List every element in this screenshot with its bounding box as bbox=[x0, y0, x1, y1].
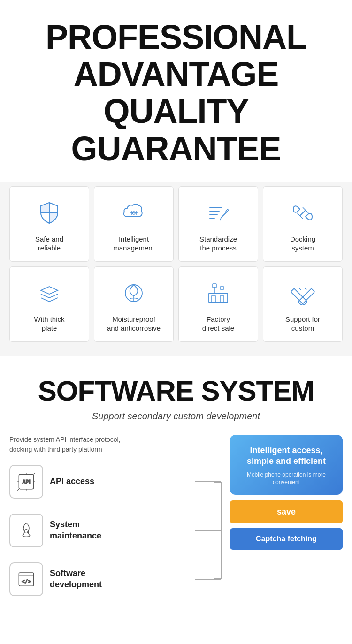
software-section: SOFTWARE SYSTEM Support secondary custom… bbox=[0, 356, 352, 621]
software-panel: Intelligent access, simple and efficient… bbox=[230, 435, 343, 550]
phone-card-title: Intelligent access, simple and efficient bbox=[237, 445, 335, 467]
feature-card-standardize: Standardizethe process bbox=[178, 186, 258, 262]
svg-line-32 bbox=[34, 473, 35, 474]
feature-card-docking: Dockingsystem bbox=[263, 186, 343, 262]
link-icon bbox=[288, 198, 318, 228]
maintenance-line bbox=[195, 530, 221, 531]
software-items: Provide system API interface protocol, d… bbox=[9, 435, 221, 611]
pencil-ruler-icon bbox=[288, 278, 318, 308]
docking-label: Dockingsystem bbox=[290, 235, 315, 253]
software-body: Provide system API interface protocol, d… bbox=[9, 435, 343, 611]
svg-line-24 bbox=[305, 288, 306, 290]
feature-card-safe-reliable: Safe andreliable bbox=[9, 186, 89, 262]
feature-card-custom: Support forcustom bbox=[263, 266, 343, 342]
software-dev-item: </> Software development bbox=[9, 562, 221, 596]
main-title: PROFESSIONAL ADVANTAGE QUALITY GUARANTEE bbox=[9, 19, 343, 167]
phone-card-sub: Mobile phone operation is more convenien… bbox=[237, 471, 335, 487]
svg-line-34 bbox=[34, 489, 35, 490]
svg-line-11 bbox=[220, 218, 221, 220]
software-description: Provide system API interface protocol, d… bbox=[9, 435, 221, 455]
drop-wrench-icon bbox=[9, 514, 43, 547]
standardize-label: Standardizethe process bbox=[199, 235, 237, 253]
feature-row-2: With thickplate Moistureproofand anticor… bbox=[9, 266, 343, 342]
items-wrapper: API API access bbox=[9, 465, 221, 596]
header-section: PROFESSIONAL ADVANTAGE QUALITY GUARANTEE bbox=[0, 0, 352, 182]
moistureproof-label: Moistureproofand anticorrosive bbox=[107, 315, 161, 333]
cloud-settings-icon bbox=[119, 198, 149, 228]
phone-card: Intelligent access, simple and efficient… bbox=[230, 435, 343, 495]
layers-icon bbox=[34, 278, 64, 308]
shield-icon bbox=[34, 198, 64, 228]
code-icon: </> bbox=[9, 562, 43, 596]
svg-rect-15 bbox=[212, 296, 215, 303]
svg-line-33 bbox=[17, 489, 19, 490]
pencil-lines-icon bbox=[203, 198, 233, 228]
feature-card-thick-plate: With thickplate bbox=[9, 266, 89, 342]
bracket-bottom bbox=[214, 578, 222, 579]
api-access-item: API API access bbox=[9, 465, 221, 499]
svg-text:API: API bbox=[22, 479, 30, 485]
system-maintenance-item: System maintenance bbox=[9, 514, 221, 547]
factory-label: Factorydirect sale bbox=[202, 315, 234, 333]
safe-reliable-label: Safe andreliable bbox=[35, 235, 63, 253]
bracket-vertical bbox=[221, 482, 222, 579]
factory-icon bbox=[203, 278, 233, 308]
software-subtitle: Support secondary custom development bbox=[9, 411, 343, 422]
svg-line-12 bbox=[300, 210, 306, 216]
api-access-label: API access bbox=[50, 476, 94, 487]
feature-row-1: Safe andreliable Intelligentmanagement bbox=[9, 186, 343, 262]
svg-line-10 bbox=[221, 212, 227, 218]
bracket-top bbox=[214, 482, 222, 483]
captcha-button[interactable]: Captcha fetching bbox=[230, 528, 343, 550]
software-title: SOFTWARE SYSTEM bbox=[9, 375, 343, 407]
svg-line-31 bbox=[17, 473, 19, 474]
svg-text:</>: </> bbox=[22, 578, 31, 584]
feature-card-intelligent: Intelligentmanagement bbox=[94, 186, 174, 262]
support-custom-label: Support forcustom bbox=[285, 315, 320, 333]
software-dev-label: Software development bbox=[50, 568, 102, 590]
svg-rect-16 bbox=[220, 296, 224, 303]
thick-plate-label: With thickplate bbox=[34, 315, 64, 333]
feature-section: Safe andreliable Intelligentmanagement bbox=[0, 182, 352, 356]
save-button[interactable]: save bbox=[230, 500, 343, 523]
svg-line-23 bbox=[299, 288, 301, 290]
feature-card-moistureproof: Moistureproofand anticorrosive bbox=[94, 266, 174, 342]
leaf-drop-icon bbox=[119, 278, 149, 308]
feature-card-factory: Factorydirect sale bbox=[178, 266, 258, 342]
system-maintenance-label: System maintenance bbox=[50, 519, 101, 541]
intelligent-label: Intelligentmanagement bbox=[113, 235, 154, 253]
svg-rect-20 bbox=[220, 287, 224, 289]
api-icon: API bbox=[9, 465, 43, 499]
